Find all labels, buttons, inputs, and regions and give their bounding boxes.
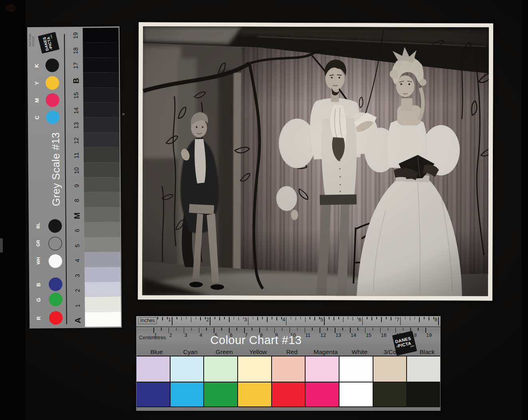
color-dot-label: BL xyxy=(36,220,40,232)
ruler-tick xyxy=(296,317,296,320)
ruler-tick xyxy=(410,317,411,320)
patch-black-tint xyxy=(407,356,440,382)
color-dot-label: Y xyxy=(34,77,40,89)
ruler-tick xyxy=(357,328,358,330)
ruler-tick xyxy=(418,328,419,330)
grey-wedge-step xyxy=(83,117,119,133)
color-dot-gr xyxy=(48,237,62,250)
ruler-tick xyxy=(191,328,192,330)
colour-chart-card: Inches 12345678 123456789101112131415161… xyxy=(136,316,441,411)
scale-mark: 11 xyxy=(72,149,80,162)
ruler-tick xyxy=(157,317,158,319)
scale-mark: 12 xyxy=(72,134,80,147)
grey-wedge-step xyxy=(85,312,121,327)
ruler-number: 19 xyxy=(426,332,432,338)
colour-chart-title: Colour Chart #13 xyxy=(200,334,312,347)
grey-wedge-step xyxy=(84,192,120,207)
patch-red-solid xyxy=(272,382,305,406)
grey-wedge-step xyxy=(84,162,120,177)
patch-magenta-tint xyxy=(306,356,339,382)
ruler-tick xyxy=(362,317,363,325)
grey-wedge-step xyxy=(85,297,121,312)
ruler-tick xyxy=(267,317,268,322)
scale-number-column: 191817B15141312111098M654321A xyxy=(27,26,119,27)
scale-mark: 10 xyxy=(73,164,81,177)
ruler-tick xyxy=(236,328,237,330)
ruler-tick xyxy=(172,317,173,325)
ruler-tick xyxy=(376,317,377,319)
colour-patch-grid xyxy=(137,356,440,407)
ruler-number: 13 xyxy=(335,332,341,338)
ruler-tick xyxy=(248,317,249,325)
grey-scale-title: Grey Scale #13 xyxy=(50,128,63,210)
grey-wedge-step xyxy=(83,58,119,73)
ruler-tick xyxy=(342,328,343,330)
ruler-tick xyxy=(419,317,420,322)
colour-label-magenta: Magenta xyxy=(308,348,344,356)
ruler-tick xyxy=(403,328,404,330)
colour-label-cyan: Cyan xyxy=(173,348,208,356)
scale-mark: 5 xyxy=(73,239,81,253)
grey-wedge-step xyxy=(85,282,121,297)
colour-label-black: Black xyxy=(409,348,445,356)
color-dot-bl xyxy=(48,219,62,233)
ruler-tick xyxy=(262,317,263,319)
ruler-tick xyxy=(300,317,301,319)
scale-mark: 19 xyxy=(71,29,79,42)
ruler-tick xyxy=(386,317,387,319)
ruler-number: 7 xyxy=(391,316,399,322)
ruler-tick xyxy=(252,328,252,330)
part-code-text: Part Code ST1316 xyxy=(28,34,35,46)
ruler-tick xyxy=(221,328,222,330)
ruler-tick xyxy=(310,317,310,319)
ruler-tick xyxy=(333,317,334,320)
ruler-number: 2 xyxy=(201,316,209,322)
ruler-tick xyxy=(181,317,182,320)
ruler-tick xyxy=(210,317,210,325)
scale-mark: 13 xyxy=(72,119,80,132)
ruler-tick xyxy=(405,317,406,319)
ruler-number: 5 xyxy=(315,316,323,322)
grey-wedge-step xyxy=(84,222,120,237)
ruler-tick xyxy=(219,317,220,320)
ruler-tick xyxy=(381,317,382,322)
color-dot-label: R xyxy=(36,312,42,324)
grey-wedge-step xyxy=(84,207,120,222)
colour-label-3-color: 3/Color xyxy=(375,348,411,356)
grey-wedge-step xyxy=(84,237,120,252)
scale-mark: 3 xyxy=(73,269,81,283)
patch-blue-tint xyxy=(137,356,170,382)
grey-wedge-step xyxy=(84,177,120,192)
scale-mark: 4 xyxy=(73,254,81,267)
patch-yellow-solid xyxy=(238,382,271,406)
patch-cyan-solid xyxy=(171,382,204,406)
color-dot-k xyxy=(46,58,59,72)
patch-3-color-tint xyxy=(373,356,407,382)
danespicta-logo: DANES -PICTA .com xyxy=(38,32,60,54)
color-dot-y xyxy=(46,76,59,90)
ruler-number: 16 xyxy=(381,332,387,338)
ruler-number: 12 xyxy=(320,332,326,338)
scale-mark: 2 xyxy=(73,284,81,297)
scale-mark: 6 xyxy=(73,224,81,237)
patch-cyan-tint xyxy=(171,356,204,382)
colour-label-blue: Blue xyxy=(139,348,175,356)
ruler-number: 1 xyxy=(163,316,171,322)
rgb-dot-group: BLGRWHBGR xyxy=(27,26,119,27)
ruler-number: 2 xyxy=(169,332,172,338)
scale-mark: 14 xyxy=(72,104,80,117)
ruler-tick xyxy=(371,317,372,320)
grey-wedge-step xyxy=(83,147,119,162)
color-dot-label: GR xyxy=(36,237,40,249)
ruler-tick xyxy=(272,317,272,319)
scan-blemish xyxy=(0,238,3,253)
ruler-tick xyxy=(267,328,268,330)
color-dot-label: WH xyxy=(36,255,41,267)
ruler-tick xyxy=(327,328,328,330)
color-dot-wh xyxy=(49,254,62,268)
grey-wedge-step xyxy=(83,72,119,88)
patch-black-solid xyxy=(407,382,440,406)
patch-3-color-solid xyxy=(373,382,407,406)
color-dot-label: B xyxy=(35,279,41,291)
ruler-tick xyxy=(257,317,258,320)
